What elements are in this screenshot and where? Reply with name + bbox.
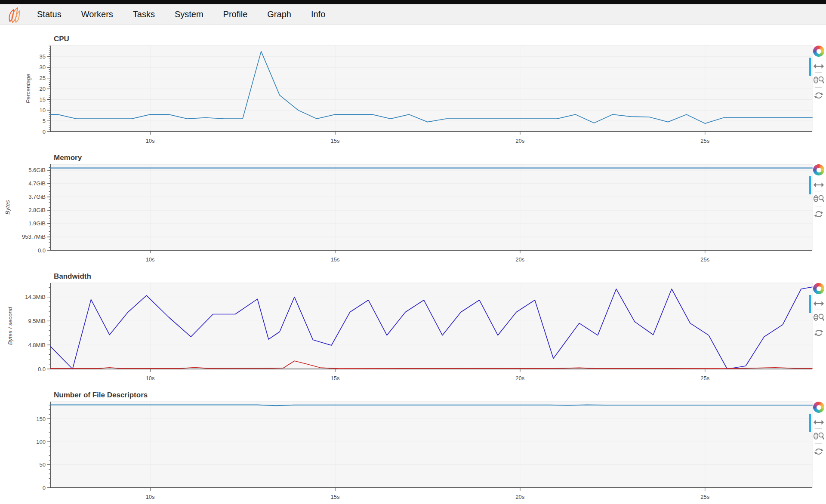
chart-title: CPU [54,34,826,45]
toolbar-separator [815,310,822,310]
y-tick-label: 2.8GiB [28,207,46,213]
y-axis-label: Bytes [4,200,11,215]
bokeh-logo-icon[interactable] [813,283,824,294]
x-tick-label: 25s [700,256,709,263]
plot-area[interactable] [50,283,812,369]
active-tool-indicator [809,414,811,432]
y-tick-label: 14.3MiB [25,294,46,300]
y-tick-label: 25 [40,75,46,81]
reset-tool-icon[interactable] [814,209,823,219]
nav-tab-status[interactable]: Status [37,9,62,19]
pan-tool-icon[interactable] [814,182,824,188]
y-tick-label: 5.6GiB [28,167,46,173]
y-tick-label: 0 [43,129,46,135]
x-tick-label: 15s [330,375,339,381]
mouse-magnifier-icon [813,432,824,440]
wheel-zoom-tool-icon[interactable] [813,432,824,440]
bokeh-logo-icon[interactable] [813,402,824,413]
nav-tab-profile[interactable]: Profile [223,9,248,19]
toolbar-separator [815,325,822,325]
cpu-chart: CPU 0510152025303510s15s20s25sPercentage [0,28,826,147]
y-axis-label: Bytes / second [7,307,13,345]
system-charts: CPU 0510152025303510s15s20s25sPercentage [0,25,826,503]
toolbar-separator [815,87,822,88]
active-tool-indicator [809,176,811,194]
bokeh-logo-hole [817,405,821,410]
reset-tool-icon[interactable] [814,91,823,100]
plot-area[interactable] [50,164,812,250]
mouse-magnifier-icon [813,76,824,84]
toolbar-separator [815,428,822,429]
x-tick-label: 20s [515,256,524,263]
refresh-arrows-icon [814,447,823,456]
wheel-zoom-tool-icon[interactable] [813,194,824,203]
y-tick-label: 3.7GiB [28,194,46,200]
plot-area[interactable] [50,402,812,488]
nav-tab-tasks[interactable]: Tasks [133,9,155,19]
mouse-magnifier-icon [813,194,824,203]
y-tick-label: 0.0 [38,247,46,254]
y-tick-label: 0 [43,485,46,491]
wheel-zoom-tool-icon[interactable] [813,313,824,322]
x-tick-label: 20s [515,138,524,144]
left-right-arrow-icon [814,419,824,425]
file-descriptors-chart: Number of File Descriptors 05010015010s1… [0,384,826,503]
bokeh-toolbar [812,283,825,338]
wheel-zoom-tool-icon[interactable] [813,76,824,84]
bokeh-toolbar [812,164,825,219]
bokeh-logo-icon[interactable] [813,46,824,57]
pan-tool-icon[interactable] [814,301,824,307]
y-tick-label: 10 [40,107,46,114]
dask-flame-icon [6,5,23,24]
bokeh-logo-hole [817,49,821,54]
toolbar-separator [815,206,822,206]
reset-tool-icon[interactable] [814,447,823,456]
nav-tabs: Status Workers Tasks System Profile Grap… [37,9,325,19]
reset-tool-icon[interactable] [814,328,823,338]
pan-tool-icon[interactable] [814,419,824,425]
bokeh-logo-icon[interactable] [813,164,824,175]
x-tick-label: 10s [146,256,155,263]
x-tick-label: 10s [146,494,155,500]
y-tick-label: 100 [36,439,46,445]
x-tick-label: 20s [515,494,524,500]
x-tick-label: 15s [330,256,339,263]
navbar: Status Workers Tasks System Profile Grap… [0,4,826,25]
y-tick-label: 15 [40,96,46,103]
x-tick-label: 15s [330,494,339,500]
active-tool-indicator [809,58,811,76]
bandwidth-plot-canvas[interactable]: 0.04.8MiB9.5MiB14.3MiB10s15s20s25sBytes … [0,282,826,384]
y-tick-label: 30 [40,64,46,71]
nav-tab-graph[interactable]: Graph [267,9,291,19]
active-tool-indicator [809,295,811,313]
cpu-plot-canvas[interactable]: 0510152025303510s15s20s25sPercentage [0,45,826,147]
dask-logo-icon[interactable] [4,5,24,25]
y-tick-label: 1.9GiB [28,220,46,227]
y-tick-label: 4.8MiB [28,342,46,348]
chart-title: Bandwidth [54,271,826,282]
y-tick-label: 50 [40,461,46,468]
y-tick-label: 953.7MiB [22,234,46,240]
pan-tool-icon[interactable] [814,63,824,69]
bokeh-toolbar [812,402,825,456]
toolbar-separator [815,72,822,73]
x-tick-label: 10s [146,138,155,144]
nav-tab-system[interactable]: System [175,9,203,19]
x-tick-label: 20s [515,375,524,381]
x-tick-label: 25s [700,494,709,500]
chart-title: Memory [54,152,826,163]
file-descriptors-plot-canvas[interactable]: 05010015010s15s20s25s [0,401,826,503]
y-tick-label: 150 [36,416,46,422]
y-tick-label: 0.0 [38,366,46,372]
x-tick-label: 15s [330,138,339,144]
bandwidth-chart: Bandwidth 0.04.8MiB9.5MiB14.3MiB10s15s20… [0,266,826,384]
x-tick-label: 25s [700,375,709,381]
toolbar-separator [815,191,822,191]
y-tick-label: 20 [40,86,46,92]
y-axis-label: Percentage [25,74,31,103]
nav-tab-info[interactable]: Info [311,9,325,19]
nav-tab-workers[interactable]: Workers [81,9,113,19]
x-tick-label: 25s [700,138,709,144]
memory-plot-canvas[interactable]: 0.0953.7MiB1.9GiB2.8GiB3.7GiB4.7GiB5.6Gi… [0,163,826,266]
chart-title: Number of File Descriptors [54,390,826,401]
